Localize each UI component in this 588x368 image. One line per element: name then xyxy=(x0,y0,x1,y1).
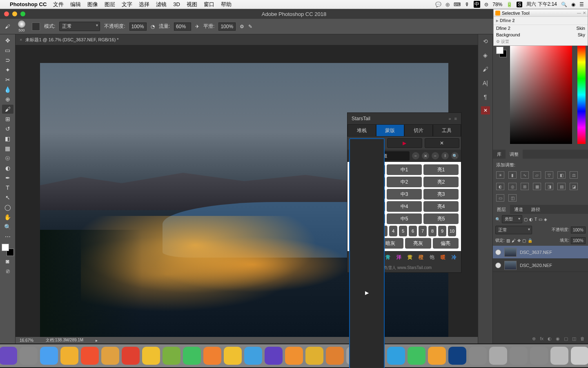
flow-input[interactable]: 60% xyxy=(174,22,191,31)
app-name[interactable]: Photoshop CC xyxy=(10,1,47,7)
layer-name[interactable]: DSC_3620.NEF xyxy=(520,263,552,268)
menu-edit[interactable]: 编辑 xyxy=(70,1,81,8)
dock-item[interactable] xyxy=(163,347,180,365)
panel-swatches[interactable] xyxy=(496,47,507,57)
zoom-level[interactable]: 16.67% xyxy=(20,338,33,343)
dock-item[interactable] xyxy=(448,347,466,365)
layer-item[interactable]: DSC_3637.NEF xyxy=(493,246,588,259)
curves-icon[interactable]: ∿ xyxy=(521,171,529,179)
dock-item[interactable] xyxy=(510,347,528,365)
menu-view[interactable]: 视图 xyxy=(187,1,197,8)
menu-file[interactable]: 文件 xyxy=(53,1,64,8)
cancel-icon[interactable]: ✕ xyxy=(422,152,429,159)
bw-icon[interactable]: ◐ xyxy=(496,183,504,190)
grid-cell[interactable]: 亮4 xyxy=(423,201,459,212)
layer-fx-icon[interactable]: fx xyxy=(540,336,543,341)
bias-cell[interactable]: 偏亮 xyxy=(433,238,459,249)
mic-icon[interactable]: 🎙 xyxy=(465,2,470,7)
grid-cell[interactable]: 亮3 xyxy=(423,189,459,200)
filter-shape-icon[interactable]: ▭ xyxy=(539,217,542,222)
color-chip[interactable]: 洋 xyxy=(396,254,401,261)
adjustments-tab[interactable]: 调整 xyxy=(506,150,523,159)
gradientmap-icon[interactable]: ▭ xyxy=(496,194,504,202)
color-chip[interactable]: 饱 xyxy=(430,254,434,261)
filter-type-icon[interactable]: T xyxy=(535,217,537,222)
lock-position-icon[interactable]: ✥ xyxy=(517,238,521,243)
lock-transparent-icon[interactable]: ▨ xyxy=(506,238,510,243)
close-icon[interactable]: ✕ xyxy=(583,11,586,15)
dock-item[interactable] xyxy=(122,347,140,365)
grid-cell[interactable]: 中5 xyxy=(387,213,422,224)
menu-layer[interactable]: 图层 xyxy=(105,1,115,8)
close-action-button[interactable]: ✕ xyxy=(425,138,459,148)
close-panel-icon[interactable]: ✕ xyxy=(481,106,490,114)
dock-item[interactable] xyxy=(0,347,17,365)
bias-cell[interactable]: 亮灰 xyxy=(405,238,431,249)
new-group-icon[interactable]: ▢ xyxy=(564,336,568,341)
dock-item[interactable] xyxy=(265,347,283,365)
dock-item[interactable] xyxy=(20,347,38,365)
airbrush-icon[interactable]: ✈ xyxy=(195,24,199,29)
dock-item[interactable] xyxy=(142,347,160,365)
num-cell[interactable]: 6 xyxy=(409,226,417,236)
s-icon[interactable]: S xyxy=(517,2,522,7)
edit-toolbar[interactable]: ⋯ xyxy=(2,232,13,241)
wechat-icon[interactable]: 💬 xyxy=(435,2,441,7)
vibrance-icon[interactable]: ▽ xyxy=(545,171,553,179)
tab-stack[interactable]: 堆栈 xyxy=(347,124,376,137)
pressure-size-icon[interactable]: ✎ xyxy=(248,24,252,29)
photofilter-icon[interactable]: ◎ xyxy=(508,183,517,190)
expand-icon[interactable]: » xyxy=(448,116,451,121)
num-cell[interactable]: 5 xyxy=(399,226,407,236)
lock-paint-icon[interactable]: 🖌 xyxy=(512,238,516,243)
layer-thumb[interactable] xyxy=(504,261,517,270)
menu-select[interactable]: 选择 xyxy=(139,1,149,8)
dock-item[interactable] xyxy=(285,347,303,365)
screenmode-tool[interactable]: ⎚ xyxy=(2,267,13,276)
smooth-input[interactable]: 100% xyxy=(218,22,236,31)
color-chip[interactable]: 黄 xyxy=(408,254,412,261)
dock-item[interactable] xyxy=(489,347,507,365)
dock-item[interactable] xyxy=(305,347,323,365)
ime-icon[interactable]: 中 xyxy=(474,1,480,8)
lock-artboard-icon[interactable]: ▢ xyxy=(522,238,526,243)
dock-item[interactable] xyxy=(203,347,221,365)
blur-tool[interactable]: ⦾ xyxy=(2,154,13,163)
grid-cell[interactable]: 亮2 xyxy=(423,177,459,187)
move-tool[interactable]: ✥ xyxy=(2,36,13,45)
stamp-tool[interactable]: ⊞ xyxy=(2,114,13,123)
marquee-tool[interactable]: ▭ xyxy=(2,46,13,55)
colorbalance-icon[interactable]: ⚖ xyxy=(570,171,578,179)
wifi-icon[interactable]: ⊝ xyxy=(484,2,488,7)
selective-row[interactable]: Dfine 2Skin xyxy=(494,25,588,31)
properties-panel-icon[interactable]: ◈ xyxy=(481,51,490,60)
siri-icon[interactable]: ◉ xyxy=(571,2,575,7)
layers-tab[interactable]: 图层 xyxy=(493,205,510,214)
new-layer-icon[interactable]: ◫ xyxy=(572,336,576,341)
num-cell[interactable]: 10 xyxy=(448,226,456,236)
selective-settings[interactable]: 设置 xyxy=(501,39,509,44)
color-field[interactable] xyxy=(510,46,572,144)
keyboard-icon[interactable]: ⌨ xyxy=(454,2,461,7)
dock-item[interactable] xyxy=(530,347,548,365)
filter-image-icon[interactable]: ▢ xyxy=(524,217,528,222)
opacity-input[interactable]: 100% xyxy=(129,22,147,31)
dock-item[interactable] xyxy=(40,347,58,365)
type-tool[interactable]: T xyxy=(2,183,13,192)
play-button[interactable]: ▶ xyxy=(349,138,385,368)
minus-icon[interactable]: − xyxy=(412,152,419,159)
battery-icon[interactable]: 🔋 xyxy=(506,2,512,7)
dock-item[interactable] xyxy=(224,347,242,365)
channelmixer-icon[interactable]: ⊞ xyxy=(521,183,529,190)
exposure-icon[interactable]: ▱ xyxy=(533,171,541,179)
search-icon[interactable]: 🔍 xyxy=(451,152,459,159)
dock-item[interactable] xyxy=(387,347,405,365)
dock-item[interactable] xyxy=(571,347,588,365)
menu-type[interactable]: 文字 xyxy=(122,1,132,8)
grid-cell[interactable]: 亮1 xyxy=(423,164,459,175)
quickmask-tool[interactable]: ◙ xyxy=(2,257,13,266)
pressure-opacity-icon[interactable]: ◔ xyxy=(151,24,155,29)
history-panel-icon[interactable]: ⟲ xyxy=(481,37,490,46)
brush-swatch[interactable] xyxy=(32,22,40,31)
notification-icon[interactable]: ☰ xyxy=(579,2,584,7)
